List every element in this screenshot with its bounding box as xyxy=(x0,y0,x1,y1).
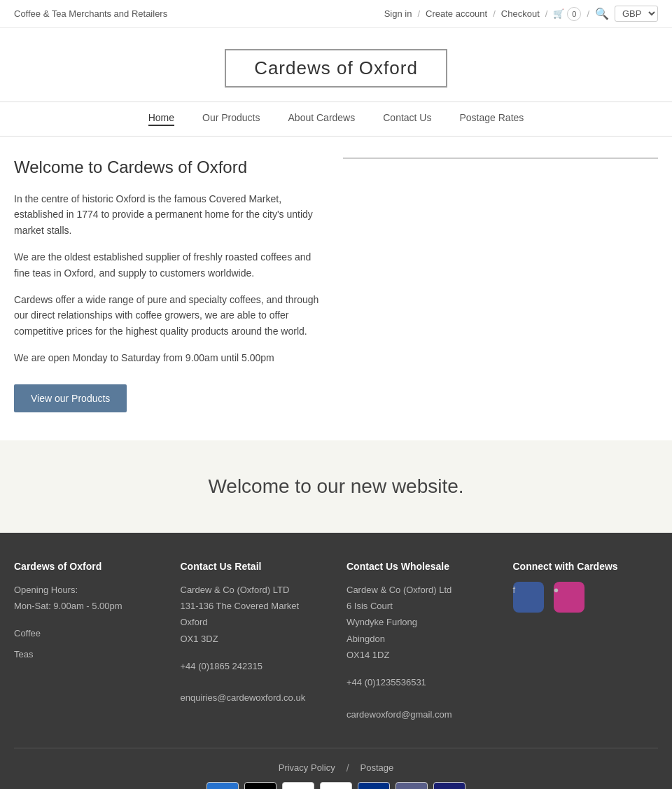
footer-nav: Privacy Policy / Postage xyxy=(28,762,644,774)
search-button[interactable]: 🔍 xyxy=(595,7,609,20)
footer-col3-title: Contact Us Wholesale xyxy=(346,561,492,572)
sign-in-link[interactable]: Sign in xyxy=(384,8,412,19)
nav-about[interactable]: About Cardews xyxy=(288,112,356,126)
nav-home[interactable]: Home xyxy=(148,112,174,126)
footer-col2-title: Contact Us Retail xyxy=(181,561,326,572)
instagram-icon: ● xyxy=(554,585,559,595)
nav-our-products[interactable]: Our Products xyxy=(202,112,260,126)
footer-opening-hours-label: Opening Hours: xyxy=(14,582,160,598)
footer-bottom: Privacy Policy / Postage AMEX Apple Pay … xyxy=(14,748,658,789)
footer-teas-link[interactable]: Teas xyxy=(14,646,160,662)
instagram-link[interactable]: ● xyxy=(554,582,584,613)
footer-retail-phone[interactable]: +44 (0)1865 242315 xyxy=(181,658,326,674)
footer-grid: Cardews of Oxford Opening Hours: Mon-Sat… xyxy=(14,561,658,748)
payment-applepay-2: Shop Pay xyxy=(396,782,428,789)
facebook-icon: f xyxy=(513,585,516,595)
payment-googlepay: G Pay xyxy=(282,782,314,789)
footer-col4-title: Connect with Cardews xyxy=(513,561,659,572)
site-logo: Cardews of Oxford xyxy=(225,49,447,88)
footer-hours: Mon-Sat: 9.00am - 5.00pm xyxy=(14,598,160,614)
main-content-area: Welcome to Cardews of Oxford In the cent… xyxy=(0,137,672,440)
cart-icon: 🛒 xyxy=(553,8,564,19)
separator-1: / xyxy=(417,8,420,19)
content-left: Welcome to Cardews of Oxford In the cent… xyxy=(14,158,329,412)
separator-3: / xyxy=(545,8,548,19)
postage-link[interactable]: Postage xyxy=(360,762,394,774)
footer-col-retail: Contact Us Retail Cardew & Co (Oxford) L… xyxy=(181,561,326,727)
footer-retail-address1: 131-136 The Covered Market xyxy=(181,598,326,614)
currency-selector[interactable]: GBP USD EUR xyxy=(615,6,658,22)
separator-2: / xyxy=(493,8,496,19)
welcome-banner: Welcome to our new website. xyxy=(0,440,672,533)
intro-paragraph-1: In the centre of historic Oxford is the … xyxy=(14,191,329,238)
main-nav: Home Our Products About Cardews Contact … xyxy=(0,102,672,137)
intro-paragraph-3: Cardews offer a wide range of pure and s… xyxy=(14,292,329,339)
payment-applepay: Apple Pay xyxy=(244,782,276,789)
welcome-banner-text: Welcome to our new website. xyxy=(14,475,658,498)
payment-amex: AMEX xyxy=(206,782,239,789)
payment-paypal: PayPal xyxy=(358,782,390,789)
footer-wholesale-phone[interactable]: +44 (0)1235536531 xyxy=(346,674,492,690)
footer-col-wholesale: Contact Us Wholesale Cardew & Co (Oxford… xyxy=(346,561,492,727)
footer-wholesale-address4: OX14 1DZ xyxy=(346,647,492,663)
privacy-policy-link[interactable]: Privacy Policy xyxy=(279,762,335,774)
footer-retail-address3: OX1 3DZ xyxy=(181,631,326,647)
site-header: Cardews of Oxford xyxy=(0,28,672,102)
footer-retail-address2: Oxford xyxy=(181,614,326,630)
footer-nav-separator: / xyxy=(346,762,349,774)
footer-col-cardews: Cardews of Oxford Opening Hours: Mon-Sat… xyxy=(14,561,160,727)
footer-wholesale-address1: 6 Isis Court xyxy=(346,598,492,614)
intro-paragraph-2: We are the oldest established supplier o… xyxy=(14,249,329,281)
nav-postage[interactable]: Postage Rates xyxy=(459,112,524,126)
checkout-link[interactable]: Checkout xyxy=(501,8,540,19)
site-description: Coffee & Tea Merchants and Retailers xyxy=(14,8,167,19)
social-icons: f ● xyxy=(513,582,659,613)
cart-count: 0 xyxy=(567,7,581,21)
footer-retail-company: Cardew & Co (Oxford) LTD xyxy=(181,582,326,598)
site-footer: Cardews of Oxford Opening Hours: Mon-Sat… xyxy=(0,533,672,789)
footer-col1-title: Cardews of Oxford xyxy=(14,561,160,572)
cart-wrapper[interactable]: 🛒 0 xyxy=(553,7,581,21)
facebook-link[interactable]: f xyxy=(513,582,544,613)
payment-mastercard: ●● xyxy=(320,782,352,789)
payment-icons: AMEX Apple Pay G Pay ●● PayPal Shop Pay … xyxy=(28,782,644,789)
footer-col-connect: Connect with Cardews f ● xyxy=(513,561,659,727)
page-title: Welcome to Cardews of Oxford xyxy=(14,158,329,177)
view-products-button[interactable]: View our Products xyxy=(14,384,127,412)
intro-paragraph-4: We are open Monday to Saturday from 9.00… xyxy=(14,350,329,365)
footer-retail-email[interactable]: enquiries@cardewoxford.co.uk xyxy=(181,690,326,706)
footer-wholesale-address2: Wyndyke Furlong xyxy=(346,614,492,630)
logo-text: Cardews of Oxford xyxy=(254,57,418,78)
nav-contact[interactable]: Contact Us xyxy=(383,112,431,126)
create-account-link[interactable]: Create account xyxy=(426,8,487,19)
content-right xyxy=(343,158,658,412)
top-bar-actions: Sign in / Create account / Checkout / 🛒 … xyxy=(384,6,658,22)
footer-coffee-link[interactable]: Coffee xyxy=(14,625,160,641)
separator-4: / xyxy=(587,8,589,19)
footer-wholesale-email[interactable]: cardewoxford@gmail.com xyxy=(346,706,492,722)
footer-wholesale-company: Cardew & Co (Oxford) Ltd xyxy=(346,582,492,598)
payment-visa: VISA xyxy=(433,782,465,789)
footer-wholesale-address3: Abingdon xyxy=(346,631,492,647)
top-bar: Coffee & Tea Merchants and Retailers Sig… xyxy=(0,0,672,28)
